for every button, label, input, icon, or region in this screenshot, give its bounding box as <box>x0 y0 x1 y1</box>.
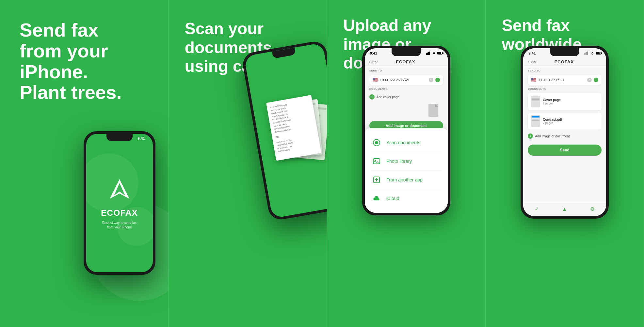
panel-send-worldwide: Send fax worldwide 9:41 Clear ECOFAX <box>486 0 644 327</box>
phone-notch-4 <box>550 48 579 56</box>
panel-send-fax: Send fax from your iPhone. Plant trees. … <box>0 0 169 327</box>
photo-icon <box>371 156 382 166</box>
sheet-scan-text: Scan documents <box>386 140 420 145</box>
svg-rect-18 <box>588 52 588 55</box>
svg-rect-4 <box>428 52 429 55</box>
doc-pages-cover: 1 pages <box>543 102 598 105</box>
doc-name-contract: Contract.pdf <box>543 118 598 121</box>
svg-rect-15 <box>585 53 585 55</box>
panel-scan-documents: Scan your documents using camera <box>169 0 327 327</box>
doc-name-cover: Cover page <box>543 98 598 102</box>
phone-number: 6512596521 <box>390 78 427 82</box>
bottom-bar-4: ✓ ▲ ⚙ <box>523 203 606 216</box>
nav-title-3: ECOFAX <box>396 59 415 64</box>
send-to-row: 🇺🇸 +000 6512596521 ✕ <box>369 75 443 85</box>
sheet-scan-item[interactable]: Scan documents <box>371 133 441 152</box>
app-content-4: SEND TO 🇺🇸 +1 6512596521 ✕ DOCUMENTS <box>523 66 606 216</box>
clear-number-btn-4[interactable]: ✕ <box>587 78 592 82</box>
status-icons-4 <box>585 52 601 55</box>
svg-point-19 <box>592 54 593 54</box>
contact-icon[interactable] <box>435 78 440 82</box>
svg-point-11 <box>375 141 378 144</box>
nav-bar-4: Clear ECOFAX <box>523 58 606 66</box>
gear-icon[interactable]: ⚙ <box>590 206 595 212</box>
status-time: 9:41 <box>137 136 145 140</box>
documents-label-4: DOCUMENTS <box>528 87 602 90</box>
docs-section: + Add cover page Add image or document <box>369 93 443 130</box>
doc-item-contract: Contract.pdf 7 pages <box>528 113 602 130</box>
sheet-app-item[interactable]: From another app <box>371 171 441 189</box>
sheet-icloud-text: iCloud <box>386 196 399 201</box>
contact-icon-4[interactable] <box>594 78 598 82</box>
bottom-sheet: Scan documents Photo library From anothe… <box>365 128 448 213</box>
add-cover-row[interactable]: + Add cover page <box>369 93 443 101</box>
doc-thumb-contract <box>531 115 540 127</box>
svg-rect-2 <box>426 53 427 55</box>
sheet-photo-item[interactable]: Photo library <box>371 152 441 171</box>
icloud-icon <box>371 193 382 204</box>
nav-clear-4[interactable]: Clear <box>528 60 536 64</box>
share-icon <box>371 175 382 185</box>
nav-clear-3[interactable]: Clear <box>369 60 378 64</box>
svg-rect-5 <box>429 52 430 55</box>
nav-title-4: ECOFAX <box>555 59 574 64</box>
doc-info-cover: Cover page 1 pages <box>543 98 598 105</box>
phone-prefix-4: +1 <box>538 78 542 82</box>
send-to-label-4: SEND TO <box>528 69 602 72</box>
phone-number-4: 6512596521 <box>544 78 585 82</box>
sheet-icloud-item[interactable]: iCloud <box>371 189 441 208</box>
doc-info-contract: Contract.pdf 7 pages <box>543 118 598 125</box>
sheet-photo-text: Photo library <box>386 159 412 164</box>
documents-label: DOCUMENTS <box>369 87 443 90</box>
phone-prefix: +000 <box>380 78 388 82</box>
status-time-4: 9:41 <box>528 51 536 55</box>
panel1-headline: Send fax from your iPhone. Plant trees. <box>20 20 124 103</box>
flag-icon-4: 🇺🇸 <box>531 77 536 82</box>
svg-rect-16 <box>586 53 586 55</box>
battery-icon-4 <box>596 52 601 54</box>
add-doc-row-4[interactable]: + Add image or document <box>528 132 602 140</box>
nav-bar-3: Clear ECOFAX <box>365 58 448 66</box>
panel-upload-document: Upload any image or document 9:41 Clear <box>327 0 486 327</box>
send-to-label: SEND TO <box>369 69 443 72</box>
phone-notch <box>106 134 133 141</box>
phone-4-container: 9:41 Clear ECOFAX SEND TO <box>521 46 609 219</box>
send-btn[interactable]: Send <box>528 145 602 156</box>
svg-rect-17 <box>587 52 587 55</box>
svg-point-6 <box>434 54 434 54</box>
add-cover-plus[interactable]: + <box>369 94 375 100</box>
battery-icon <box>437 52 443 54</box>
clear-number-btn[interactable]: ✕ <box>429 78 433 82</box>
sheet-app-text: From another app <box>386 177 423 182</box>
doc-pages-contract: 7 pages <box>543 121 598 125</box>
status-time-3: 9:41 <box>370 51 377 55</box>
scan-icon <box>371 137 382 148</box>
status-icons-3 <box>426 52 443 55</box>
doc-item-cover: Cover page 1 pages <box>528 93 602 110</box>
phone-notch-3 <box>392 48 421 56</box>
checkmark-icon[interactable]: ✓ <box>535 206 539 212</box>
triangle-icon[interactable]: ▲ <box>562 206 567 212</box>
svg-rect-3 <box>427 53 428 55</box>
svg-rect-9 <box>428 104 435 107</box>
send-to-row-4: 🇺🇸 +1 6512596521 ✕ <box>528 75 602 85</box>
add-doc-plus-4[interactable]: + <box>528 133 533 139</box>
doc-placeholder-icon <box>427 102 440 118</box>
doc-thumb-cover <box>531 96 540 107</box>
flag-icon: 🇺🇸 <box>373 77 378 82</box>
phone-3-container: 9:41 Clear ECOFAX SEND TO <box>362 46 450 215</box>
add-doc-label-4: Add image or document <box>535 134 570 138</box>
add-cover-label: Add cover page <box>377 95 399 99</box>
